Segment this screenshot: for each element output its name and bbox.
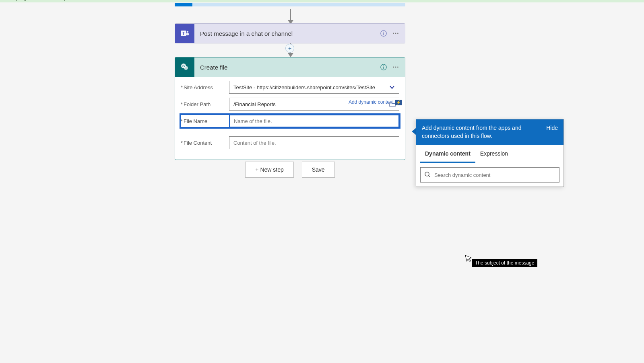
svg-text:T: T	[182, 31, 185, 36]
label-file-content: *File Content	[181, 140, 229, 146]
svg-line-20	[429, 176, 430, 177]
svg-point-16	[393, 67, 394, 68]
label-site-address: *Site Address	[181, 84, 229, 90]
dynamic-content-panel: Add dynamic content from the apps and co…	[416, 119, 564, 187]
panel-tabs: Dynamic content Expression	[416, 145, 564, 163]
flow-arrow	[287, 9, 294, 24]
teams-icon: T	[175, 24, 194, 43]
input-site-address[interactable]	[229, 81, 399, 94]
trigger-card-accent	[175, 3, 192, 6]
add-action-button[interactable]: +	[285, 44, 294, 53]
row-site-address: *Site Address	[181, 81, 399, 94]
action-card-create-file: S Create file *Site Address	[175, 57, 405, 160]
svg-rect-15	[383, 67, 384, 69]
svg-point-9	[397, 33, 398, 34]
svg-point-2	[187, 31, 188, 33]
svg-point-19	[425, 172, 429, 176]
info-icon[interactable]	[378, 27, 390, 39]
hide-button[interactable]: Hide	[546, 124, 558, 132]
label-file-name: *File Name	[181, 118, 229, 124]
add-dynamic-content-hint[interactable]: Add dynamic content⚡	[349, 99, 402, 105]
svg-point-17	[395, 67, 396, 68]
svg-rect-6	[383, 33, 384, 35]
svg-text:S: S	[182, 64, 185, 68]
more-icon[interactable]	[390, 61, 402, 73]
more-icon[interactable]	[390, 27, 402, 39]
svg-point-5	[383, 32, 384, 33]
new-step-button[interactable]: + New step	[245, 162, 293, 178]
row-file-content: *File Content	[181, 136, 399, 149]
panel-header: Add dynamic content from the apps and co…	[416, 119, 564, 145]
tab-expression[interactable]: Expression	[475, 145, 513, 163]
trigger-card-collapsed[interactable]	[192, 3, 405, 6]
action-card-teams[interactable]: T Post message in a chat or channel	[175, 23, 405, 43]
create-file-header[interactable]: S Create file	[175, 57, 405, 77]
cursor-icon	[465, 253, 473, 263]
row-file-name: *File Name	[181, 115, 399, 127]
input-file-content[interactable]	[229, 136, 399, 149]
svg-point-14	[383, 66, 384, 66]
label-folder-path: *Folder Path	[181, 101, 229, 107]
save-button[interactable]: Save	[302, 162, 335, 178]
create-file-title: Create file	[194, 64, 378, 71]
svg-rect-3	[186, 33, 189, 35]
panel-header-text: Add dynamic content from the apps and co…	[422, 124, 542, 140]
teams-card-title: Post message in a chat or channel	[194, 30, 378, 37]
search-dynamic-content[interactable]	[420, 167, 559, 183]
tab-dynamic-content[interactable]: Dynamic content	[420, 145, 475, 163]
info-icon[interactable]	[378, 61, 390, 73]
svg-point-8	[395, 33, 396, 34]
svg-point-7	[393, 33, 394, 34]
search-icon	[424, 171, 431, 178]
tooltip: The subject of the message	[472, 259, 537, 267]
sharepoint-icon: S	[175, 57, 194, 77]
input-file-name[interactable]	[229, 115, 399, 127]
svg-point-18	[397, 67, 398, 68]
lightning-icon: ⚡	[395, 100, 402, 105]
